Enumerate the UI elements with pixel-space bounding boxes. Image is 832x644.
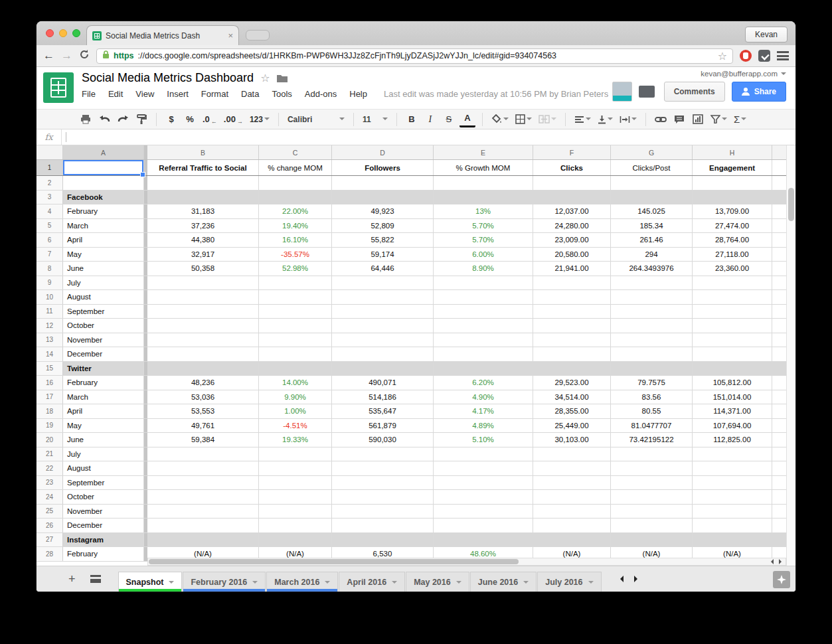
cell-A22[interactable]: August	[63, 461, 144, 475]
text-wrap-button[interactable]	[618, 112, 639, 127]
column-header-F[interactable]: F	[533, 145, 611, 159]
column-header-B[interactable]: B	[147, 145, 259, 159]
sheet-tab-menu-icon[interactable]	[456, 581, 461, 586]
column-header-G[interactable]: G	[611, 145, 693, 159]
sheet-tab-february-2016[interactable]: February 2016	[183, 572, 266, 592]
cell-E11[interactable]	[434, 305, 533, 319]
cell-F20[interactable]: 30,103.00	[533, 433, 611, 447]
cell-F16[interactable]: 29,523.00	[533, 376, 611, 390]
cell-D3[interactable]	[332, 191, 434, 204]
cell-D16[interactable]: 490,071	[332, 376, 434, 390]
cell-D5[interactable]: 52,809	[332, 219, 434, 233]
menu-help[interactable]: Help	[349, 89, 367, 99]
cell-A26[interactable]: December	[63, 519, 144, 532]
cell-E25[interactable]	[434, 505, 533, 519]
cell-A9[interactable]: July	[63, 276, 144, 290]
cell-A21[interactable]: July	[63, 447, 144, 461]
cell-C24[interactable]	[259, 490, 332, 504]
cell-G13[interactable]	[611, 333, 693, 347]
chat-bubble-icon[interactable]	[639, 86, 655, 98]
cell-E27[interactable]	[434, 533, 533, 547]
document-title[interactable]: Social Media Metrics Dashboard	[82, 71, 254, 85]
cell-D15[interactable]	[332, 362, 434, 376]
cell-D21[interactable]	[332, 447, 434, 461]
column-header-C[interactable]: C	[259, 145, 332, 159]
explore-button[interactable]	[773, 571, 790, 588]
cell-G8[interactable]: 264.3493976	[611, 262, 693, 276]
cell-C12[interactable]	[259, 319, 332, 333]
cell-H18[interactable]: 114,371.00	[693, 404, 772, 418]
cell-D1[interactable]: Followers	[332, 160, 434, 175]
functions-button[interactable]: Σ	[732, 112, 748, 127]
avatar[interactable]	[612, 82, 632, 102]
cell-H22[interactable]	[693, 461, 772, 475]
paint-format-button[interactable]	[133, 112, 149, 127]
text-color-button[interactable]: A	[459, 112, 475, 127]
horizontal-scrollbar-thumb[interactable]	[149, 559, 519, 564]
cell-E9[interactable]	[434, 276, 533, 290]
undo-button[interactable]	[96, 112, 112, 127]
last-edit-note[interactable]: Last edit was made yesterday at 10:56 PM…	[384, 89, 608, 99]
pocket-extension-icon[interactable]	[758, 50, 770, 62]
cell-H21[interactable]	[693, 447, 772, 461]
column-header-D[interactable]: D	[332, 145, 434, 159]
cell-A5[interactable]: March	[63, 219, 144, 233]
filter-button[interactable]	[708, 112, 729, 127]
cell-E6[interactable]: 5.70%	[434, 233, 533, 247]
cell-G26[interactable]	[611, 519, 693, 532]
decrease-decimal-button[interactable]: .0←	[201, 112, 219, 127]
row-header-6[interactable]: 6	[37, 233, 63, 247]
cell-A15[interactable]: Twitter	[63, 362, 144, 376]
cell-G10[interactable]	[611, 290, 693, 304]
menu-file[interactable]: File	[82, 89, 96, 99]
increase-decimal-button[interactable]: .00→	[222, 112, 245, 127]
cell-A17[interactable]: March	[63, 390, 144, 404]
cell-H24[interactable]	[693, 490, 772, 504]
cell-B18[interactable]: 53,553	[147, 404, 259, 418]
google-sheets-logo-icon[interactable]	[43, 72, 74, 103]
cell-G21[interactable]	[611, 447, 693, 461]
cell-G20[interactable]: 73.42195122	[611, 433, 693, 447]
row-header-13[interactable]: 13	[37, 333, 63, 347]
cell-E1[interactable]: % Growth MOM	[434, 160, 533, 175]
cell-F5[interactable]: 24,280.00	[533, 219, 611, 233]
cell-D2[interactable]	[332, 176, 434, 190]
cell-H4[interactable]: 13,709.00	[693, 204, 772, 218]
cell-G15[interactable]	[611, 362, 693, 376]
cell-F21[interactable]	[533, 447, 611, 461]
cell-F6[interactable]: 23,009.00	[533, 233, 611, 247]
cell-D6[interactable]: 55,822	[332, 233, 434, 247]
cell-C10[interactable]	[259, 290, 332, 304]
cell-F8[interactable]: 21,941.00	[533, 262, 611, 276]
cell-A12[interactable]: October	[63, 319, 144, 333]
sheet-tab-snapshot[interactable]: Snapshot	[118, 572, 183, 592]
share-button[interactable]: Share	[732, 82, 786, 102]
cell-E13[interactable]	[434, 333, 533, 347]
select-all-corner[interactable]	[37, 145, 63, 159]
cell-F23[interactable]	[533, 476, 611, 490]
cell-F1[interactable]: Clicks	[533, 160, 611, 175]
cell-B19[interactable]: 49,761	[147, 419, 259, 433]
cell-D9[interactable]	[332, 276, 434, 290]
cell-F10[interactable]	[533, 290, 611, 304]
cell-F22[interactable]	[533, 461, 611, 475]
formula-input[interactable]	[62, 129, 795, 145]
print-button[interactable]	[78, 112, 94, 127]
cell-G27[interactable]	[611, 533, 693, 547]
scroll-right-icon[interactable]	[779, 559, 784, 564]
fill-color-button[interactable]	[489, 112, 511, 127]
font-size-select[interactable]: 11	[361, 112, 390, 127]
cell-A2[interactable]	[63, 176, 144, 190]
format-percent-button[interactable]: %	[182, 112, 198, 127]
cell-C19[interactable]: -4.51%	[259, 419, 332, 433]
row-header-1[interactable]: 1	[37, 160, 63, 175]
row-header-18[interactable]: 18	[37, 404, 63, 418]
back-icon[interactable]: ←	[43, 49, 54, 62]
cell-F9[interactable]	[533, 276, 611, 290]
cell-G11[interactable]	[611, 305, 693, 319]
cell-D27[interactable]	[332, 533, 434, 547]
cell-B6[interactable]: 44,380	[147, 233, 259, 247]
cell-B16[interactable]: 48,236	[147, 376, 259, 390]
cell-E19[interactable]: 4.89%	[434, 419, 533, 433]
menu-data[interactable]: Data	[241, 89, 259, 99]
